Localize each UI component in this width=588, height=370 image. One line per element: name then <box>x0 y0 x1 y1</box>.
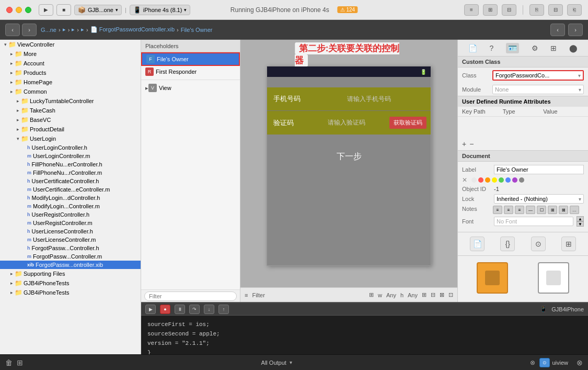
font-select[interactable]: No Font <box>494 217 573 226</box>
sidebar-item-usercert-h[interactable]: h UserCertificateController.h <box>0 177 141 185</box>
xib-item-view[interactable]: ▸ V View <box>141 82 240 94</box>
color-dot-orange[interactable] <box>485 177 490 183</box>
close-output-icon[interactable]: ⊗ <box>577 358 583 367</box>
notes-image-icon[interactable]: ⊞ <box>548 206 557 214</box>
notes-align-center-icon[interactable]: ≡ <box>504 206 513 214</box>
font-decrease-button[interactable]: ▼ <box>577 221 584 227</box>
module-select[interactable]: None ▾ <box>492 85 584 94</box>
view-toggle-left[interactable]: ≡ <box>464 4 479 16</box>
breadcrumb-item[interactable]: ▸ <box>81 26 84 33</box>
view-icon[interactable]: ⊙ <box>539 358 550 367</box>
sidebar-item-userlicense-m[interactable]: m UserLicenseController.m <box>0 236 141 244</box>
step-out-icon[interactable]: ↑ <box>218 305 229 314</box>
device-selector[interactable]: 📱 iPhone 4s (8.1) ▾ <box>130 5 191 15</box>
sidebar-item-usercert-m[interactable]: m UserCertificate...eController.m <box>0 185 141 194</box>
grid-icon[interactable]: ⊞ <box>561 237 576 251</box>
xib-item-filesowner[interactable]: F File's Owner <box>141 52 240 66</box>
nav-back-button[interactable]: ‹ <box>5 24 20 36</box>
breadcrumb-item[interactable]: File's Owner <box>181 27 213 33</box>
stop-button[interactable]: ■ <box>56 4 71 16</box>
close-button[interactable] <box>6 7 13 13</box>
layout-icon1[interactable]: ⊞ <box>422 291 426 298</box>
record-icon[interactable]: ● <box>160 305 170 314</box>
sidebar-item-luckyturntable[interactable]: ▸ 📁 LuckyTurntableController <box>0 96 141 106</box>
color-dot-green[interactable] <box>499 177 504 183</box>
color-dot-yellow[interactable] <box>492 177 497 183</box>
next-button[interactable]: 下一步 <box>273 145 424 168</box>
play-icon[interactable]: ▶ <box>145 305 156 314</box>
x-button[interactable]: ✕ <box>462 176 467 184</box>
sidebar-item-userlogincontroller-h[interactable]: h UserLoginController.h <box>0 143 141 152</box>
target-icon[interactable]: ⊙ <box>531 237 546 251</box>
widget-gray-box[interactable] <box>538 262 569 294</box>
layout-icon4[interactable]: ⊡ <box>448 291 453 298</box>
maximize-button[interactable] <box>25 7 31 13</box>
class-input[interactable]: ForgotPasswordCo... ▾ <box>492 70 584 81</box>
widget-yellow-box[interactable] <box>477 262 508 294</box>
sidebar-item-takecash[interactable]: ▸ 📁 TakeCash <box>0 106 141 115</box>
sidebar-item-viewcontroller[interactable]: ▾ 📁 ViewController <box>0 40 141 49</box>
sidebar-item-basevc[interactable]: ▸ 📁 BaseVC <box>0 115 141 125</box>
code-icon[interactable]: {} <box>500 237 515 251</box>
color-dot-blue[interactable] <box>505 177 511 183</box>
pause-icon[interactable]: ⏸ <box>175 305 185 314</box>
notes-align-justify-icon[interactable]: — <box>526 206 535 214</box>
uda-minus-button[interactable]: − <box>469 140 474 148</box>
sidebar-item-userregist-h[interactable]: h UserRegistController.h <box>0 210 141 219</box>
sidebar-item-fillphone-h[interactable]: h FillPhoneNu...erController.h <box>0 160 141 169</box>
panel-bottom-toggle[interactable]: ⊟ <box>548 4 563 16</box>
sidebar-item-forgotpassw-xib[interactable]: xib ForgotPassw...ontroller.xib <box>0 261 141 269</box>
nav-forward-button[interactable]: › <box>22 24 37 36</box>
sidebar-item-userlicense-h[interactable]: h UserLicenseController.h <box>0 227 141 236</box>
sidebar-item-products[interactable]: ▸ 📁 Products <box>0 68 141 77</box>
sidebar-item-supporting-files[interactable]: ▸ 📁 Supporting Files <box>0 269 141 278</box>
bottom-trash-icon[interactable]: 🗑 <box>5 358 13 367</box>
nav-back2-button[interactable]: ‹ <box>550 24 565 36</box>
sidebar-item-forgotpassw-m[interactable]: m ForgotPassw...Controller.m <box>0 252 141 261</box>
layout-icon2[interactable]: ⊟ <box>431 291 435 298</box>
view-toggle-right[interactable]: ⊟ <box>502 4 516 16</box>
panel-left-toggle[interactable]: ⎘ <box>529 4 544 16</box>
nav-forward2-button[interactable]: › <box>568 24 583 36</box>
filter-icon[interactable]: ≡ <box>245 292 248 298</box>
connections-inspector-icon[interactable]: ⬤ <box>569 44 578 52</box>
lock-select[interactable]: Inherited - (Nothing) ▾ <box>494 194 584 204</box>
minimize-button[interactable] <box>16 7 22 13</box>
breadcrumb-item[interactable]: G...ne <box>41 27 56 33</box>
class-dropdown-icon[interactable]: ▾ <box>578 73 581 79</box>
sidebar-item-userlogin[interactable]: ▾ 📁 UserLogin <box>0 134 141 143</box>
size-inspector-icon[interactable]: ⊞ <box>550 44 557 52</box>
step-over-icon[interactable]: ↷ <box>189 305 200 314</box>
color-dot-purple[interactable] <box>512 177 517 183</box>
color-dot-gray[interactable] <box>519 177 524 183</box>
step-in-icon[interactable]: ↓ <box>204 305 214 314</box>
sidebar-item-modifylogin-h[interactable]: h ModifyLogin...dController.h <box>0 194 141 202</box>
sidebar-item-modifylogin-m[interactable]: m ModifyLogin...Controller.m <box>0 202 141 210</box>
xib-item-firstresponder[interactable]: R First Responder <box>141 66 240 77</box>
notes-link-icon[interactable]: ⊠ <box>559 206 568 214</box>
identity-inspector-icon[interactable]: 🪪 <box>506 43 519 53</box>
color-dot-red[interactable] <box>478 177 483 183</box>
font-increase-button[interactable]: ▲ <box>577 216 584 221</box>
color-dot-white[interactable] <box>471 177 477 183</box>
sidebar-item-userlogincontroller-m[interactable]: m UserLoginController.m <box>0 152 141 160</box>
sidebar-item-productdetail[interactable]: ▸ 📁 ProductDetail <box>0 125 141 134</box>
notes-more-icon[interactable]: … <box>570 206 579 214</box>
filter-btn[interactable]: ⊗ <box>530 359 535 366</box>
notes-check-icon[interactable]: ☐ <box>537 206 546 214</box>
breadcrumb-item[interactable]: ▸ <box>63 26 66 33</box>
new-file-icon[interactable]: 📄 <box>470 237 485 251</box>
view-toggle-mid[interactable]: ⊞ <box>483 4 498 16</box>
sidebar-item-homepage[interactable]: ▸ 📁 HomePage <box>0 77 141 87</box>
sidebar-item-userregist-m[interactable]: m UserRegistController.m <box>0 219 141 227</box>
sidebar-item-more[interactable]: ▸ 📁 More <box>0 49 141 59</box>
attributes-inspector-icon[interactable]: ⚙ <box>532 44 538 52</box>
sidebar-item-forgotpassw-h[interactable]: h ForgotPassw...Controller.h <box>0 244 141 252</box>
bottom-view-toggle[interactable]: ⊞ <box>17 358 23 367</box>
sidebar-item-products2[interactable]: ▸ 📁 GJB4iPhoneTests <box>0 288 141 297</box>
sidebar-item-gjb4iphonetests[interactable]: ▸ 📁 GJB4iPhoneTests <box>0 278 141 288</box>
run-button[interactable]: ▶ <box>39 4 53 16</box>
file-inspector-icon[interactable]: 📄 <box>468 44 477 52</box>
uda-plus-button[interactable]: + <box>462 140 466 148</box>
quick-help-icon[interactable]: ? <box>490 44 494 52</box>
